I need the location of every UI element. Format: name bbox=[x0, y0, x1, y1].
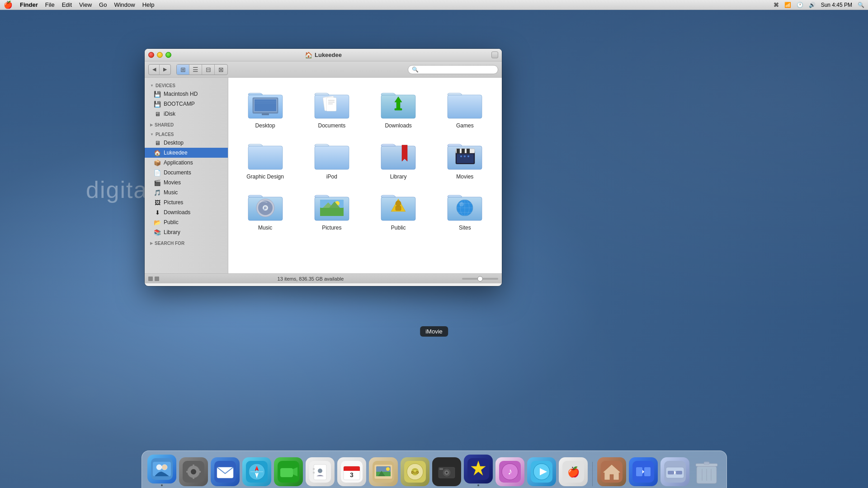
dock-item-quicktime[interactable] bbox=[527, 457, 556, 486]
minimize-button[interactable] bbox=[157, 52, 163, 58]
folder-item-downloads[interactable]: Downloads bbox=[365, 83, 432, 134]
folder-label-desktop: Desktop bbox=[255, 122, 275, 129]
menu-window[interactable]: Window bbox=[114, 1, 135, 8]
spotlight-icon[interactable]: 🔍 bbox=[858, 2, 864, 8]
slider-thumb[interactable] bbox=[477, 276, 483, 282]
dock-item-finder[interactable] bbox=[147, 455, 176, 486]
dock-item-screenshot[interactable] bbox=[432, 457, 461, 486]
sidebar-item-macintosh-hd[interactable]: 💾 Macintosh HD bbox=[145, 89, 228, 99]
library-sidebar-icon: 📚 bbox=[154, 229, 161, 236]
sidebar-item-applications[interactable]: 📦 Applications bbox=[145, 158, 228, 168]
menu-file[interactable]: File bbox=[45, 1, 55, 8]
back-button[interactable]: ◀ bbox=[149, 65, 160, 75]
folder-item-pictures[interactable]: Pictures bbox=[298, 185, 365, 236]
dock-item-applestore[interactable]: 🍎 bbox=[559, 457, 588, 486]
svg-rect-15 bbox=[395, 108, 402, 110]
svg-rect-121 bbox=[644, 467, 651, 476]
search-triangle[interactable]: ▶ bbox=[150, 241, 153, 245]
svg-point-93 bbox=[386, 467, 390, 471]
sidebar-item-pictures[interactable]: 🖼 Pictures bbox=[145, 197, 228, 207]
sidebar-item-lukeedee[interactable]: 🏠 Lukeedee bbox=[145, 148, 228, 158]
titlebar: 🏠 Lukeedee bbox=[145, 49, 502, 61]
ipod-folder-icon bbox=[314, 140, 350, 171]
folder-item-desktop[interactable]: Desktop bbox=[232, 83, 298, 134]
folder-item-sites[interactable]: Sites bbox=[432, 185, 498, 236]
icon-size-slider[interactable] bbox=[462, 278, 498, 280]
dock-item-safari[interactable] bbox=[242, 457, 271, 486]
system-prefs-dock-icon bbox=[179, 457, 208, 486]
close-button[interactable] bbox=[148, 52, 154, 58]
places-section: ▼ PLACES 🖥 Desktop 🏠 Lukeedee 📦 Applicat… bbox=[145, 130, 228, 237]
folder-item-ipod[interactable]: iPod bbox=[298, 134, 365, 185]
sidebar-item-music[interactable]: 🎵 Music bbox=[145, 188, 228, 197]
menu-view[interactable]: View bbox=[79, 1, 92, 8]
folder-item-graphic-design[interactable]: Graphic Design bbox=[232, 134, 298, 185]
folder-label-ipod: iPod bbox=[326, 174, 337, 180]
svg-rect-82 bbox=[313, 472, 315, 474]
zoom-button[interactable] bbox=[165, 52, 171, 58]
search-input[interactable] bbox=[420, 66, 494, 73]
dock-item-iphoto[interactable] bbox=[369, 457, 398, 486]
sidebar-item-library[interactable]: 📚 Library bbox=[145, 227, 228, 237]
menu-go[interactable]: Go bbox=[99, 1, 107, 8]
folder-item-music[interactable]: ♪ Music bbox=[232, 185, 298, 236]
forward-button[interactable]: ▶ bbox=[160, 65, 170, 75]
list-view-button[interactable]: ☰ bbox=[189, 65, 202, 75]
folder-item-movies[interactable]: Movies bbox=[432, 134, 498, 185]
sites-folder-icon bbox=[447, 191, 483, 222]
svg-rect-66 bbox=[186, 471, 189, 473]
sidebar-item-public[interactable]: 📂 Public bbox=[145, 217, 228, 227]
column-view-button[interactable]: ⊟ bbox=[202, 65, 215, 75]
dock-item-imovie[interactable] bbox=[464, 455, 493, 486]
sidebar-item-documents[interactable]: 📄 Documents bbox=[145, 168, 228, 178]
sidebar-item-bootcamp[interactable]: 💾 BOOTCAMP bbox=[145, 99, 228, 109]
dock-item-dvdplayer[interactable]: DVD bbox=[401, 457, 429, 486]
applestore-dock-icon: 🍎 bbox=[559, 457, 588, 486]
devices-triangle[interactable]: ▼ bbox=[150, 84, 154, 88]
dock-item-facetime[interactable] bbox=[274, 457, 303, 486]
imovie-tooltip-wrapper: iMovie bbox=[420, 326, 448, 337]
sidebar-item-desktop[interactable]: 🖥 Desktop bbox=[145, 138, 228, 148]
icon-view-button[interactable]: ⊞ bbox=[177, 65, 189, 75]
sidebar-item-downloads[interactable]: ⬇ Downloads bbox=[145, 207, 228, 217]
dock-item-addressbook[interactable] bbox=[306, 457, 335, 486]
dock-item-migration[interactable] bbox=[660, 457, 689, 486]
menu-finder[interactable]: Finder bbox=[20, 1, 38, 8]
dock-item-ical[interactable]: 3 bbox=[337, 457, 366, 486]
menu-help[interactable]: Help bbox=[142, 1, 155, 8]
folder-item-documents[interactable]: Documents bbox=[298, 83, 365, 134]
svg-text:♪: ♪ bbox=[263, 205, 266, 211]
graphic-design-folder-icon bbox=[247, 140, 283, 171]
quicktime-dock-icon bbox=[527, 457, 556, 486]
coverflow-view-button[interactable]: ⊠ bbox=[215, 65, 227, 75]
folder-item-games[interactable]: Games bbox=[432, 83, 498, 134]
search-box[interactable]: 🔍 bbox=[408, 65, 498, 74]
dock-item-xcode[interactable] bbox=[629, 457, 658, 486]
finder-dock-icon bbox=[147, 455, 176, 483]
svg-point-63 bbox=[191, 469, 196, 474]
dock-item-home[interactable] bbox=[597, 457, 626, 486]
addressbook-dock-icon bbox=[306, 457, 335, 486]
svg-rect-64 bbox=[193, 465, 194, 467]
statusbar-icon-2 bbox=[155, 277, 159, 281]
main-content[interactable]: Desktop bbox=[228, 78, 502, 273]
shared-triangle[interactable]: ▶ bbox=[150, 123, 153, 127]
sidebar-item-idisk[interactable]: 🖥 iDisk bbox=[145, 109, 228, 119]
apple-menu[interactable]: 🍎 bbox=[4, 0, 13, 9]
sidebar-item-movies[interactable]: 🎬 Movies bbox=[145, 178, 228, 188]
dock-item-system-prefs[interactable] bbox=[179, 457, 208, 486]
scroll-toggle[interactable] bbox=[491, 52, 498, 58]
imovie-running-dot bbox=[477, 484, 479, 486]
menu-edit[interactable]: Edit bbox=[62, 1, 72, 8]
folder-label-games: Games bbox=[456, 122, 474, 129]
dock-item-itunes[interactable]: ♪ bbox=[495, 457, 524, 486]
dock-item-mail[interactable] bbox=[211, 457, 240, 486]
menubar: 🍎 Finder File Edit View Go Window Help ⌘… bbox=[0, 0, 868, 10]
statusbar-icons bbox=[148, 277, 159, 281]
folder-item-public[interactable]: Public bbox=[365, 185, 432, 236]
folder-item-library[interactable]: Library bbox=[365, 134, 432, 185]
dock-item-trash[interactable] bbox=[692, 457, 721, 486]
places-triangle[interactable]: ▼ bbox=[150, 132, 154, 136]
svg-point-59 bbox=[156, 465, 162, 470]
search-section: ▶ SEARCH FOR bbox=[145, 239, 228, 247]
